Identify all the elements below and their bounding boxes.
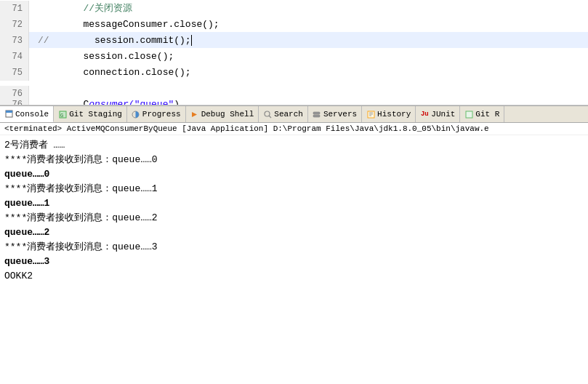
history-tab-icon <box>366 110 375 119</box>
console-tab-label: Console <box>15 110 49 119</box>
svg-rect-10 <box>368 111 374 118</box>
code-line-72: 72 messageConsumer.close(); <box>0 16 588 32</box>
line-content <box>29 80 38 96</box>
main-content: ConsoleGGit StagingProgressDebug ShellSe… <box>0 105 588 384</box>
console-line: ****消费者接收到消息：queue……1 <box>4 182 584 196</box>
svg-rect-9 <box>313 115 320 117</box>
svg-line-7 <box>269 116 271 118</box>
history-tab-label: History <box>377 110 411 119</box>
git-tab-icon <box>464 110 473 119</box>
tab-bar[interactable]: ConsoleGGit StagingProgressDebug ShellSe… <box>0 105 588 123</box>
svg-rect-1 <box>6 111 12 113</box>
svg-point-6 <box>265 111 270 116</box>
terminated-bar: <terminated> ActiveMQConsumerByQueue [Ja… <box>0 123 588 135</box>
tab-servers[interactable]: Servers <box>308 106 362 122</box>
progress-tab-icon <box>132 110 140 119</box>
tab-git[interactable]: Git R <box>460 106 504 122</box>
search-tab-label: Search <box>274 110 303 119</box>
console-line: 2号消费者 …… <box>4 138 584 153</box>
console-line: queue……3 <box>4 255 584 269</box>
code-line-76: 76 Consumer("queue") <box>0 96 588 105</box>
line-number: 72 <box>0 17 29 33</box>
line-number: 74 <box>0 49 29 65</box>
line-content: Consumer("queue") <box>29 96 180 105</box>
line-content: connection.close(); <box>29 64 191 80</box>
debug-shell-tab-label: Debug Shell <box>201 110 254 119</box>
servers-tab-label: Servers <box>323 110 357 119</box>
tab-junit[interactable]: JuJUnit <box>416 106 460 122</box>
junit-tab-icon: Ju <box>420 110 429 119</box>
git-staging-tab-label: Git Staging <box>69 110 122 119</box>
code-line-71: 71 //关闭资源 <box>0 0 588 16</box>
console-line: ****消费者接收到消息：queue……0 <box>4 153 584 167</box>
line-number: 75 <box>0 65 29 81</box>
code-line-75: 75 connection.close(); <box>0 64 588 80</box>
servers-tab-icon <box>313 110 321 119</box>
junit-tab-label: JUnit <box>431 110 455 119</box>
console-line: ****消费者接收到消息：queue……3 <box>4 240 584 255</box>
console-line: ****消费者接收到消息：queue……2 <box>4 211 584 225</box>
tab-search[interactable]: Search <box>259 106 308 122</box>
line-number: 76 <box>0 97 29 106</box>
svg-marker-5 <box>192 112 197 117</box>
code-line-74: 74 session.close(); <box>0 48 588 64</box>
line-content: //关闭资源 <box>29 0 132 16</box>
tab-debug-shell[interactable]: Debug Shell <box>186 106 259 122</box>
console-line: queue……0 <box>4 167 584 182</box>
svg-rect-14 <box>466 111 472 118</box>
console-tab-icon <box>4 110 13 119</box>
line-content: session.close(); <box>29 48 174 64</box>
tab-console[interactable]: Console <box>0 106 54 122</box>
tab-git-staging[interactable]: GGit Staging <box>54 106 127 122</box>
line-content: // session.commit(); <box>29 32 197 48</box>
console-line: queue……2 <box>4 225 584 240</box>
code-editor: 71 //关闭资源72 messageConsumer.close();73//… <box>0 0 588 105</box>
line-content: messageConsumer.close(); <box>29 16 220 32</box>
line-number: 71 <box>0 1 29 17</box>
git-staging-tab-icon: G <box>58 110 67 119</box>
git-tab-label: Git R <box>475 110 499 119</box>
code-line-73: 73// session.commit(); <box>0 32 588 48</box>
debug-shell-tab-icon <box>190 110 199 119</box>
line-number: 73 <box>0 33 29 49</box>
code-line-76: 76 <box>0 80 588 96</box>
svg-text:G: G <box>60 113 63 119</box>
console-line: queue……1 <box>4 196 584 211</box>
console-line: OOKK2 <box>4 269 584 284</box>
search-tab-icon <box>263 110 272 119</box>
progress-tab-label: Progress <box>142 110 181 119</box>
tab-history[interactable]: History <box>362 106 416 122</box>
svg-rect-8 <box>313 112 320 114</box>
tab-progress[interactable]: Progress <box>127 106 186 122</box>
console-area: 2号消费者 ……****消费者接收到消息：queue……0queue……0***… <box>0 135 588 384</box>
